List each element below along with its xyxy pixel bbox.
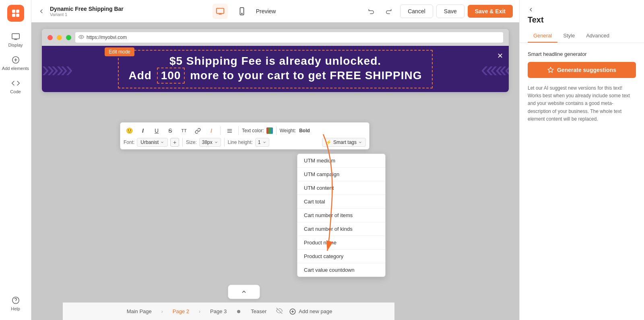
size-select[interactable]: 38px (199, 138, 221, 147)
toolbar-row1: 🙂 I U S TT I (124, 125, 366, 136)
add-page-button[interactable]: Add new page (283, 305, 339, 318)
back-button[interactable] (38, 8, 45, 15)
sidebar-item-code[interactable]: Code (0, 75, 31, 98)
browser-dot-green (66, 35, 71, 40)
browser-urlbar[interactable]: https://myobvi.com (75, 32, 503, 43)
smart-tags-dropdown: UTM medium UTM campaign UTM content Cart… (297, 154, 386, 277)
tab-teaser[interactable]: Teaser (243, 305, 275, 318)
desktop-view-button[interactable] (213, 4, 228, 19)
app-title: Dynamic Free Shipping Bar (50, 6, 124, 12)
italic2-button[interactable]: I (206, 125, 217, 136)
header-buttons: Cancel Save Save & Exit (400, 4, 513, 18)
display-label: Display (8, 43, 23, 47)
smart-tag-utm-medium[interactable]: UTM medium (297, 154, 385, 168)
main-area: Dynamic Free Shipping Bar Variant 1 Prev… (31, 0, 519, 320)
link-button[interactable] (192, 125, 203, 136)
plus-font-button[interactable]: + (170, 138, 179, 147)
text-color-section: Text color: (242, 127, 273, 134)
add-elements-icon (11, 55, 20, 64)
code-label: Code (10, 89, 21, 94)
tab-main-page[interactable]: Main Page (119, 305, 160, 318)
sidebar-item-help[interactable]: Help (0, 292, 31, 315)
smart-tag-cart-number-items[interactable]: Cart number of items (297, 209, 385, 222)
save-button[interactable]: Save (436, 4, 464, 18)
mobile-view-button[interactable] (234, 4, 250, 19)
svg-rect-7 (216, 8, 223, 13)
display-icon (11, 32, 20, 41)
save-exit-button[interactable]: Save & Exit (468, 5, 513, 18)
align-button[interactable] (224, 125, 235, 136)
sparkle-icon (547, 67, 554, 73)
lineheight-select[interactable]: 1 (255, 138, 269, 147)
tab-page-3[interactable]: Page 3 (202, 305, 235, 318)
redo-button[interactable] (382, 4, 395, 18)
shipping-line2-after: more to your cart to get FREE SHIPPING (186, 69, 422, 82)
toolbar-sep2 (238, 126, 239, 135)
code-icon (11, 79, 20, 88)
smart-tag-cart-value-countdown[interactable]: Cart value countdown (297, 263, 385, 277)
scroll-up-button[interactable] (228, 285, 260, 299)
toolbar-sep4 (182, 138, 183, 147)
toolbar-sep5 (224, 138, 225, 147)
smart-tags-label: Smart tags (333, 139, 357, 145)
chevron-up-icon (241, 289, 247, 295)
smart-tag-product-category[interactable]: Product category (297, 250, 385, 263)
smart-tags-button[interactable]: ⚡ Smart tags (322, 138, 366, 147)
italic-button[interactable]: I (137, 125, 149, 136)
generate-btn-label: Generate suggestions (557, 67, 616, 73)
lineheight-label: Line height: (228, 139, 253, 145)
tab-arrow-2: › (197, 309, 202, 314)
browser-dot-red (47, 35, 53, 40)
sidebar-item-display[interactable]: Display (0, 28, 31, 51)
font-label: Font: (124, 139, 134, 145)
svg-rect-1 (16, 10, 19, 13)
right-panel-back-button[interactable] (528, 6, 636, 13)
tab-general[interactable]: General (528, 29, 557, 43)
left-sidebar: Display Add elements Code Help (0, 0, 31, 320)
cancel-button[interactable]: Cancel (400, 4, 433, 18)
emoji-button[interactable]: 🙂 (124, 125, 135, 136)
app-logo[interactable] (7, 5, 24, 22)
svg-marker-19 (548, 67, 553, 72)
smart-tag-utm-campaign[interactable]: UTM campaign (297, 168, 385, 181)
browser-titlebar: https://myobvi.com (42, 29, 509, 46)
svg-rect-0 (12, 10, 15, 13)
size-chevron-icon (214, 140, 218, 144)
topbar-center: Preview (128, 4, 360, 19)
undo-button[interactable] (365, 4, 378, 18)
browser-dot-yellow (57, 35, 62, 40)
smart-tag-cart-number-kinds[interactable]: Cart number of kinds (297, 222, 385, 236)
undo-icon (368, 8, 375, 15)
smart-tag-product-name[interactable]: Product name (297, 236, 385, 250)
right-description: Let our AI suggest new versions for this… (528, 84, 636, 123)
tab-page-2[interactable]: Page 2 (165, 305, 197, 318)
tab-style[interactable]: Style (557, 29, 580, 43)
tab-advanced[interactable]: Advanced (580, 29, 615, 43)
size-label: Size: (186, 139, 197, 145)
logo-icon (11, 8, 21, 18)
tab-arrow-1: › (160, 309, 165, 314)
smart-tag-utm-content[interactable]: UTM content (297, 181, 385, 195)
color-swatch[interactable] (266, 127, 273, 134)
smart-tags-chevron-icon (358, 140, 362, 144)
close-bar-button[interactable]: ✕ (497, 51, 503, 60)
generate-suggestions-button[interactable]: Generate suggestions (528, 62, 636, 78)
toolbar-row2: Font: Urbanist + Size: 38px Line height:… (124, 138, 366, 147)
sidebar-item-add-elements[interactable]: Add elements (0, 51, 31, 75)
link-icon (195, 128, 201, 134)
shipping-text-block[interactable]: $5 Shipping Fee is already unlocked. Add… (118, 50, 432, 88)
font-select[interactable]: Urbanist (137, 138, 168, 147)
strikethrough-button[interactable]: S (165, 125, 176, 136)
add-elements-label: Add elements (2, 66, 29, 71)
size-value: 38px (202, 139, 213, 145)
superscript-button[interactable]: TT (178, 125, 190, 136)
shipping-line2: Add 100 more to your cart to get FREE SH… (128, 68, 422, 84)
smart-tag-cart-total[interactable]: Cart total (297, 195, 385, 209)
underline-button[interactable]: U (151, 125, 162, 136)
url-text: https://myobvi.com (87, 35, 127, 40)
canvas-area: Edit mode https://myobvi.com (31, 23, 519, 320)
right-panel: Text General Style Advanced Smart headli… (519, 0, 644, 320)
shipping-100-value: 100 (157, 68, 185, 84)
lineheight-chevron-icon (262, 140, 266, 144)
svg-point-9 (242, 13, 242, 14)
